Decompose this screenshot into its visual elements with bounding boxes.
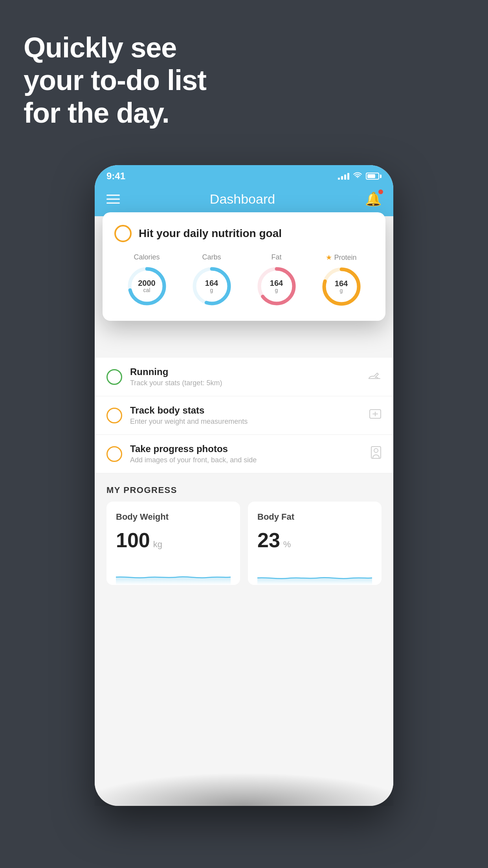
running-subtitle: Track your stats (target: 5km) (130, 379, 360, 387)
phone-shadow (95, 727, 393, 806)
nutrition-row: Calories 2000 cal (114, 253, 374, 308)
fat-value: 164 (270, 279, 283, 287)
body-stats-text: Track body stats Enter your weight and m… (130, 405, 361, 426)
body-weight-title: Body Weight (116, 512, 231, 522)
signal-bar-2 (341, 176, 343, 180)
notification-dot (378, 189, 383, 194)
todo-item-progress-photos[interactable]: Take progress photos Add images of your … (95, 435, 393, 473)
todo-list: Running Track your stats (target: 5km) (95, 358, 393, 473)
phone-shell: 9:41 (95, 165, 393, 806)
card-title-row: Hit your daily nutrition goal (114, 225, 374, 242)
calories-label: Calories (134, 253, 160, 261)
body-weight-value: 100 (116, 528, 150, 552)
body-stats-title: Track body stats (130, 405, 361, 416)
nutrition-item-calories: Calories 2000 cal (125, 253, 169, 308)
body-stats-subtitle: Enter your weight and measurements (130, 417, 361, 426)
running-text: Running Track your stats (target: 5km) (130, 366, 360, 387)
body-fat-title: Body Fat (257, 512, 372, 522)
protein-label: ★ Protein (326, 253, 356, 262)
fat-donut: 164 g (255, 265, 298, 308)
photos-text: Take progress photos Add images of your … (130, 443, 363, 464)
nutrition-item-protein: ★ Protein 164 g (320, 253, 363, 308)
carbs-donut: 164 g (190, 265, 233, 308)
nutrition-card: Hit your daily nutrition goal Calories (103, 212, 385, 321)
task-circle-nutrition[interactable] (114, 225, 132, 242)
todo-item-running[interactable]: Running Track your stats (target: 5km) (95, 358, 393, 396)
photos-title: Take progress photos (130, 443, 363, 454)
signal-bar-3 (344, 175, 346, 180)
nav-bar: Dashboard 🔔 (95, 185, 393, 216)
wifi-icon (353, 172, 362, 181)
signal-bar-4 (347, 173, 349, 180)
body-weight-value-row: 100 kg (116, 528, 231, 552)
nutrition-item-carbs: Carbs 164 g (190, 253, 233, 308)
nav-title: Dashboard (210, 191, 275, 207)
protein-unit: g (335, 288, 348, 294)
svg-point-10 (374, 449, 378, 452)
protein-value: 164 (335, 279, 348, 288)
status-time: 9:41 (106, 171, 125, 182)
notification-bell-icon[interactable]: 🔔 (365, 191, 382, 207)
body-weight-unit: kg (153, 539, 162, 550)
body-weight-chart (116, 561, 231, 585)
progress-section: MY PROGRESS Body Weight 100 kg (95, 473, 393, 597)
phone-mockup: 9:41 (95, 165, 393, 806)
body-fat-unit: % (283, 539, 291, 550)
photos-subtitle: Add images of your front, back, and side (130, 456, 363, 464)
body-stats-circle (106, 408, 122, 423)
body-fat-value: 23 (257, 528, 280, 552)
nutrition-item-fat: Fat 164 g (255, 253, 298, 308)
progress-cards: Body Weight 100 kg (106, 502, 382, 585)
running-shoe-icon (368, 370, 382, 383)
body-weight-card: Body Weight 100 kg (106, 502, 240, 585)
carbs-value: 164 (205, 279, 218, 287)
status-bar: 9:41 (95, 165, 393, 185)
hamburger-menu[interactable] (106, 195, 120, 204)
content-area: THINGS TO DO TODAY Hit your daily nutrit… (95, 216, 393, 806)
body-fat-card: Body Fat 23 % (248, 502, 382, 585)
person-photo-icon (371, 446, 382, 462)
todo-item-body-stats[interactable]: Track body stats Enter your weight and m… (95, 396, 393, 435)
protein-donut: 164 g (320, 265, 363, 308)
fat-unit: g (270, 287, 283, 293)
fat-label: Fat (271, 253, 281, 261)
signal-bars-icon (338, 173, 349, 180)
nutrition-card-title: Hit your daily nutrition goal (139, 227, 282, 240)
calories-value: 2000 (138, 279, 156, 287)
star-icon: ★ (326, 253, 332, 262)
calories-donut: 2000 cal (125, 265, 169, 308)
signal-bar-1 (338, 178, 340, 180)
calories-unit: cal (138, 287, 156, 293)
photos-circle (106, 446, 122, 462)
battery-icon (366, 173, 382, 180)
status-icons (338, 172, 382, 181)
running-circle (106, 369, 122, 385)
headline: Quickly see your to-do list for the day. (24, 31, 206, 129)
scale-icon (369, 408, 382, 423)
running-title: Running (130, 366, 360, 377)
body-fat-value-row: 23 % (257, 528, 372, 552)
carbs-unit: g (205, 287, 218, 293)
body-fat-chart (257, 561, 372, 585)
progress-header: MY PROGRESS (106, 473, 382, 502)
carbs-label: Carbs (202, 253, 221, 261)
